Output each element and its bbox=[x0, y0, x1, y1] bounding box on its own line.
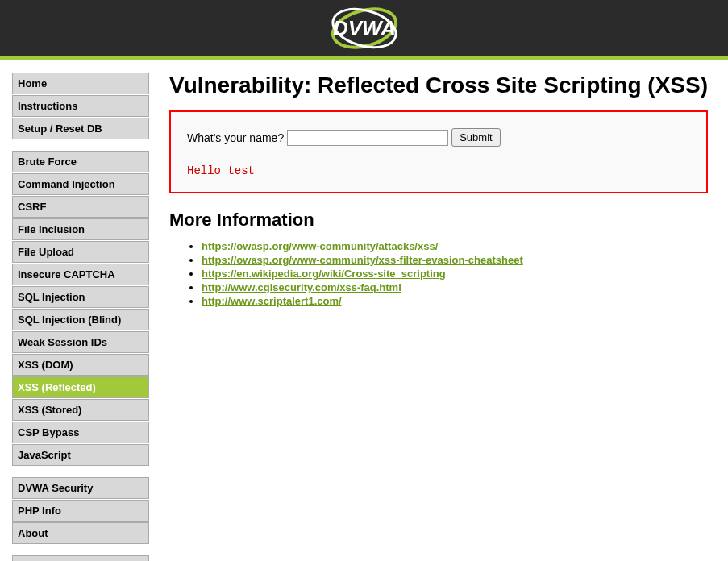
menu-javascript[interactable]: JavaScript bbox=[12, 444, 149, 466]
menu-home[interactable]: Home bbox=[12, 73, 149, 94]
info-link-4[interactable]: http://www.scriptalert1.com/ bbox=[202, 295, 342, 307]
container: HomeInstructionsSetup / Reset DBBrute Fo… bbox=[0, 60, 728, 561]
form-row: What's your name? Submit bbox=[187, 128, 690, 147]
menu-command-injection[interactable]: Command Injection bbox=[12, 173, 149, 195]
menu-insecure-captcha[interactable]: Insecure CAPTCHA bbox=[12, 264, 149, 285]
menu-php-info[interactable]: PHP Info bbox=[12, 500, 149, 522]
menu-file-upload[interactable]: File Upload bbox=[12, 241, 149, 263]
output-text: Hello test bbox=[187, 164, 690, 177]
menu-about[interactable]: About bbox=[12, 522, 149, 544]
info-link-1[interactable]: https://owasp.org/www-community/xss-filt… bbox=[202, 254, 523, 266]
menu-sql-injection-blind[interactable]: SQL Injection (Blind) bbox=[12, 309, 149, 330]
page-title: Vulnerability: Reflected Cross Site Scri… bbox=[169, 73, 708, 98]
menu-csp-bypass[interactable]: CSP Bypass bbox=[12, 422, 149, 443]
info-list-item: https://en.wikipedia.org/wiki/Cross-site… bbox=[202, 268, 708, 280]
sidebar: HomeInstructionsSetup / Reset DBBrute Fo… bbox=[12, 73, 149, 561]
menu-sql-injection[interactable]: SQL Injection bbox=[12, 286, 149, 308]
svg-text:DVWA: DVWA bbox=[333, 16, 396, 40]
info-list: https://owasp.org/www-community/attacks/… bbox=[169, 240, 708, 307]
name-input[interactable] bbox=[287, 130, 448, 146]
menu-dvwa-security[interactable]: DVWA Security bbox=[12, 477, 149, 499]
submit-button[interactable]: Submit bbox=[451, 128, 500, 147]
menu-group: HomeInstructionsSetup / Reset DB bbox=[12, 73, 149, 139]
menu-group: DVWA SecurityPHP InfoAbout bbox=[12, 477, 149, 544]
menu-xss-stored[interactable]: XSS (Stored) bbox=[12, 399, 149, 421]
menu-xss-reflected[interactable]: XSS (Reflected) bbox=[12, 376, 149, 398]
info-link-0[interactable]: https://owasp.org/www-community/attacks/… bbox=[202, 240, 438, 252]
menu-xss-dom[interactable]: XSS (DOM) bbox=[12, 354, 149, 376]
vulnerability-form-box: What's your name? Submit Hello test bbox=[169, 110, 708, 193]
menu-instructions[interactable]: Instructions bbox=[12, 95, 149, 117]
info-link-2[interactable]: https://en.wikipedia.org/wiki/Cross-site… bbox=[202, 268, 446, 280]
info-list-item: https://owasp.org/www-community/xss-filt… bbox=[202, 254, 708, 266]
info-list-item: https://owasp.org/www-community/attacks/… bbox=[202, 240, 708, 252]
logo: DVWA bbox=[312, 6, 417, 51]
info-list-item: http://www.cgisecurity.com/xss-faq.html bbox=[202, 281, 708, 293]
menu-file-inclusion[interactable]: File Inclusion bbox=[12, 218, 149, 240]
header: DVWA bbox=[0, 0, 728, 60]
more-info-title: More Information bbox=[169, 210, 708, 231]
menu-group: Brute ForceCommand InjectionCSRFFile Inc… bbox=[12, 151, 149, 466]
form-prompt: What's your name? bbox=[187, 131, 284, 144]
menu-logout[interactable]: Logout bbox=[12, 555, 149, 561]
info-list-item: http://www.scriptalert1.com/ bbox=[202, 295, 708, 307]
content: Vulnerability: Reflected Cross Site Scri… bbox=[169, 73, 716, 561]
info-link-3[interactable]: http://www.cgisecurity.com/xss-faq.html bbox=[202, 281, 401, 293]
menu-group: Logout bbox=[12, 555, 149, 561]
menu-csrf[interactable]: CSRF bbox=[12, 196, 149, 218]
menu-weak-session-ids[interactable]: Weak Session IDs bbox=[12, 331, 149, 353]
menu-setup[interactable]: Setup / Reset DB bbox=[12, 118, 149, 139]
menu-brute-force[interactable]: Brute Force bbox=[12, 151, 149, 172]
